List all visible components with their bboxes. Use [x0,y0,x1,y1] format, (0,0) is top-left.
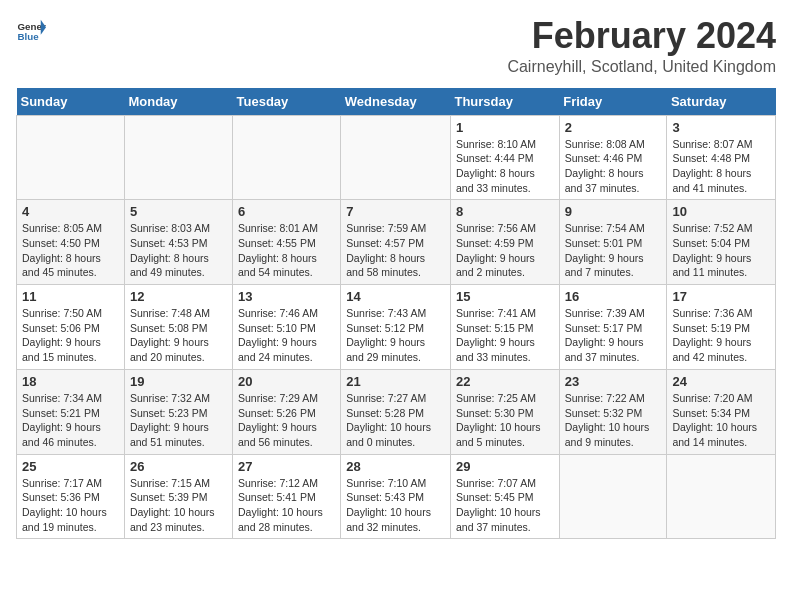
day-number: 18 [22,374,119,389]
cell-content: Sunrise: 8:01 AM Sunset: 4:55 PM Dayligh… [238,221,335,280]
day-number: 14 [346,289,445,304]
day-number: 25 [22,459,119,474]
logo-icon: General Blue [16,16,46,46]
day-number: 26 [130,459,227,474]
day-number: 13 [238,289,335,304]
calendar-week-2: 4Sunrise: 8:05 AM Sunset: 4:50 PM Daylig… [17,200,776,285]
calendar-subtitle: Cairneyhill, Scotland, United Kingdom [507,58,776,76]
calendar-cell [233,115,341,200]
calendar-cell: 22Sunrise: 7:25 AM Sunset: 5:30 PM Dayli… [450,369,559,454]
calendar-cell: 26Sunrise: 7:15 AM Sunset: 5:39 PM Dayli… [124,454,232,539]
calendar-cell: 23Sunrise: 7:22 AM Sunset: 5:32 PM Dayli… [559,369,667,454]
calendar-cell: 5Sunrise: 8:03 AM Sunset: 4:53 PM Daylig… [124,200,232,285]
day-number: 19 [130,374,227,389]
header-tuesday: Tuesday [233,88,341,116]
day-number: 15 [456,289,554,304]
calendar-cell: 4Sunrise: 8:05 AM Sunset: 4:50 PM Daylig… [17,200,125,285]
day-number: 24 [672,374,770,389]
cell-content: Sunrise: 7:50 AM Sunset: 5:06 PM Dayligh… [22,306,119,365]
calendar-cell [559,454,667,539]
cell-content: Sunrise: 7:10 AM Sunset: 5:43 PM Dayligh… [346,476,445,535]
cell-content: Sunrise: 7:43 AM Sunset: 5:12 PM Dayligh… [346,306,445,365]
header-row: Sunday Monday Tuesday Wednesday Thursday… [17,88,776,116]
calendar-cell: 10Sunrise: 7:52 AM Sunset: 5:04 PM Dayli… [667,200,776,285]
day-number: 8 [456,204,554,219]
header-thursday: Thursday [450,88,559,116]
day-number: 27 [238,459,335,474]
day-number: 1 [456,120,554,135]
day-number: 16 [565,289,662,304]
header-friday: Friday [559,88,667,116]
calendar-cell: 8Sunrise: 7:56 AM Sunset: 4:59 PM Daylig… [450,200,559,285]
day-number: 2 [565,120,662,135]
calendar-week-5: 25Sunrise: 7:17 AM Sunset: 5:36 PM Dayli… [17,454,776,539]
calendar-cell [667,454,776,539]
svg-text:Blue: Blue [18,31,40,42]
title-section: February 2024 Cairneyhill, Scotland, Uni… [507,16,776,76]
day-number: 6 [238,204,335,219]
calendar-cell: 28Sunrise: 7:10 AM Sunset: 5:43 PM Dayli… [341,454,451,539]
day-number: 5 [130,204,227,219]
calendar-cell: 1Sunrise: 8:10 AM Sunset: 4:44 PM Daylig… [450,115,559,200]
day-number: 11 [22,289,119,304]
day-number: 12 [130,289,227,304]
calendar-cell: 25Sunrise: 7:17 AM Sunset: 5:36 PM Dayli… [17,454,125,539]
cell-content: Sunrise: 7:29 AM Sunset: 5:26 PM Dayligh… [238,391,335,450]
cell-content: Sunrise: 7:12 AM Sunset: 5:41 PM Dayligh… [238,476,335,535]
calendar-week-4: 18Sunrise: 7:34 AM Sunset: 5:21 PM Dayli… [17,369,776,454]
day-number: 28 [346,459,445,474]
header-sunday: Sunday [17,88,125,116]
calendar-cell: 12Sunrise: 7:48 AM Sunset: 5:08 PM Dayli… [124,285,232,370]
cell-content: Sunrise: 8:05 AM Sunset: 4:50 PM Dayligh… [22,221,119,280]
calendar-cell: 27Sunrise: 7:12 AM Sunset: 5:41 PM Dayli… [233,454,341,539]
cell-content: Sunrise: 7:56 AM Sunset: 4:59 PM Dayligh… [456,221,554,280]
cell-content: Sunrise: 7:34 AM Sunset: 5:21 PM Dayligh… [22,391,119,450]
day-number: 29 [456,459,554,474]
calendar-cell: 20Sunrise: 7:29 AM Sunset: 5:26 PM Dayli… [233,369,341,454]
cell-content: Sunrise: 7:48 AM Sunset: 5:08 PM Dayligh… [130,306,227,365]
calendar-cell: 13Sunrise: 7:46 AM Sunset: 5:10 PM Dayli… [233,285,341,370]
day-number: 9 [565,204,662,219]
calendar-week-1: 1Sunrise: 8:10 AM Sunset: 4:44 PM Daylig… [17,115,776,200]
calendar-cell: 24Sunrise: 7:20 AM Sunset: 5:34 PM Dayli… [667,369,776,454]
calendar-cell: 11Sunrise: 7:50 AM Sunset: 5:06 PM Dayli… [17,285,125,370]
day-number: 20 [238,374,335,389]
day-number: 7 [346,204,445,219]
cell-content: Sunrise: 7:32 AM Sunset: 5:23 PM Dayligh… [130,391,227,450]
calendar-cell [17,115,125,200]
calendar-cell: 3Sunrise: 8:07 AM Sunset: 4:48 PM Daylig… [667,115,776,200]
header-wednesday: Wednesday [341,88,451,116]
cell-content: Sunrise: 7:27 AM Sunset: 5:28 PM Dayligh… [346,391,445,450]
calendar-cell [341,115,451,200]
calendar-header: Sunday Monday Tuesday Wednesday Thursday… [17,88,776,116]
cell-content: Sunrise: 7:07 AM Sunset: 5:45 PM Dayligh… [456,476,554,535]
cell-content: Sunrise: 7:54 AM Sunset: 5:01 PM Dayligh… [565,221,662,280]
cell-content: Sunrise: 7:36 AM Sunset: 5:19 PM Dayligh… [672,306,770,365]
calendar-cell [124,115,232,200]
cell-content: Sunrise: 7:46 AM Sunset: 5:10 PM Dayligh… [238,306,335,365]
day-number: 23 [565,374,662,389]
calendar-body: 1Sunrise: 8:10 AM Sunset: 4:44 PM Daylig… [17,115,776,539]
calendar-cell: 18Sunrise: 7:34 AM Sunset: 5:21 PM Dayli… [17,369,125,454]
calendar-week-3: 11Sunrise: 7:50 AM Sunset: 5:06 PM Dayli… [17,285,776,370]
cell-content: Sunrise: 7:20 AM Sunset: 5:34 PM Dayligh… [672,391,770,450]
calendar-table: Sunday Monday Tuesday Wednesday Thursday… [16,88,776,540]
day-number: 21 [346,374,445,389]
calendar-title: February 2024 [507,16,776,56]
cell-content: Sunrise: 7:52 AM Sunset: 5:04 PM Dayligh… [672,221,770,280]
header-saturday: Saturday [667,88,776,116]
calendar-cell: 29Sunrise: 7:07 AM Sunset: 5:45 PM Dayli… [450,454,559,539]
day-number: 22 [456,374,554,389]
calendar-cell: 17Sunrise: 7:36 AM Sunset: 5:19 PM Dayli… [667,285,776,370]
calendar-cell: 9Sunrise: 7:54 AM Sunset: 5:01 PM Daylig… [559,200,667,285]
cell-content: Sunrise: 7:59 AM Sunset: 4:57 PM Dayligh… [346,221,445,280]
calendar-cell: 21Sunrise: 7:27 AM Sunset: 5:28 PM Dayli… [341,369,451,454]
cell-content: Sunrise: 7:41 AM Sunset: 5:15 PM Dayligh… [456,306,554,365]
page-header: General Blue February 2024 Cairneyhill, … [16,16,776,76]
cell-content: Sunrise: 7:22 AM Sunset: 5:32 PM Dayligh… [565,391,662,450]
calendar-cell: 2Sunrise: 8:08 AM Sunset: 4:46 PM Daylig… [559,115,667,200]
cell-content: Sunrise: 8:07 AM Sunset: 4:48 PM Dayligh… [672,137,770,196]
calendar-cell: 16Sunrise: 7:39 AM Sunset: 5:17 PM Dayli… [559,285,667,370]
cell-content: Sunrise: 7:25 AM Sunset: 5:30 PM Dayligh… [456,391,554,450]
calendar-cell: 14Sunrise: 7:43 AM Sunset: 5:12 PM Dayli… [341,285,451,370]
